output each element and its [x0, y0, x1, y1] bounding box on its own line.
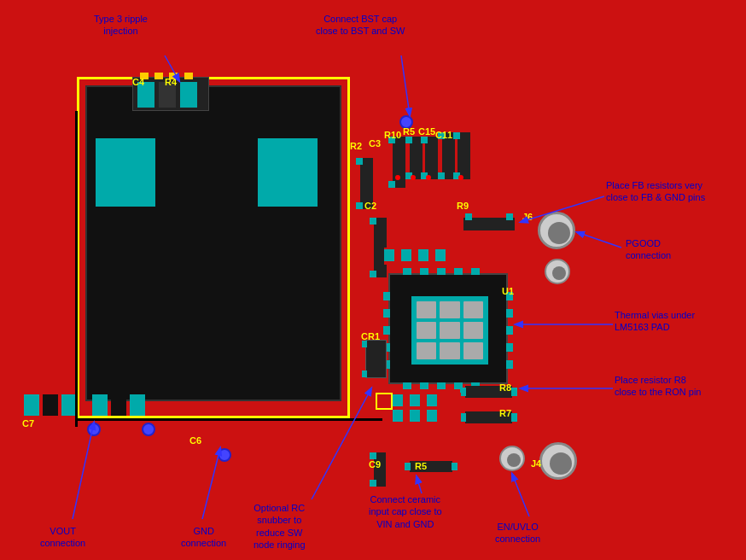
- annotation-bst-cap: Connect BST capclose to BST and SW: [316, 13, 405, 38]
- pad: [24, 394, 39, 416]
- cap-c3: [393, 137, 405, 188]
- pad: [92, 394, 108, 416]
- ic-pin: [383, 292, 390, 300]
- pad: [452, 463, 458, 470]
- connector-j4-2: [499, 446, 525, 471]
- annotation-fb-resistors: Place FB resistors veryclose to FB & GND…: [606, 179, 705, 204]
- pad: [356, 158, 363, 165]
- indicator-dot: [411, 175, 416, 180]
- ic-pin: [506, 309, 513, 318]
- pad: [511, 388, 517, 396]
- pad: [405, 137, 412, 143]
- pad: [410, 394, 420, 406]
- pad: [435, 249, 446, 261]
- indicator-dot: [395, 175, 400, 180]
- main-container: C4 R4 R2 C2 C3 R10 R5 C15 C11 R9 J6 U1 R…: [0, 0, 746, 560]
- c7-pads: [24, 394, 145, 416]
- yellow-small-box: [376, 393, 393, 410]
- via: [417, 342, 436, 359]
- pad: [418, 249, 428, 261]
- label-r5-bot: R5: [415, 461, 427, 471]
- pad: [130, 394, 145, 416]
- spacer: [80, 394, 89, 416]
- label-j4: J4: [531, 458, 541, 469]
- diode-cr1: [365, 340, 387, 378]
- pad: [506, 213, 513, 220]
- connector-j6[interactable]: [538, 212, 575, 249]
- pcb-background: C4 R4 R2 C2 C3 R10 R5 C15 C11 R9 J6 U1 R…: [0, 0, 746, 560]
- cap-c9: [374, 452, 386, 487]
- label-c7: C7: [22, 418, 34, 429]
- annotation-type3-ripple: Type 3 rippleinjection: [94, 13, 148, 38]
- ic-pin: [437, 268, 446, 275]
- pad: [362, 370, 367, 377]
- ic-u1: [388, 273, 508, 384]
- pad-inner: [43, 394, 58, 416]
- pad: [405, 463, 411, 470]
- pad: [370, 271, 376, 277]
- ic-pin: [383, 326, 390, 335]
- pad: [401, 249, 411, 261]
- pad: [421, 137, 428, 143]
- label-c4: C4: [132, 77, 144, 87]
- ic-pin: [403, 382, 411, 389]
- annotation-rc-snubber: Optional RCsnubber toreduce SWnode ringi…: [254, 502, 306, 551]
- connector-j4-2-inner: [507, 453, 521, 467]
- label-c11: C11: [435, 130, 452, 140]
- connector-j4[interactable]: [539, 442, 577, 480]
- via: [417, 301, 436, 318]
- pad-inner: [111, 394, 126, 416]
- ic-pin: [506, 360, 513, 369]
- pad: [453, 132, 460, 139]
- via: [440, 342, 459, 359]
- ic-pin: [506, 326, 513, 335]
- ic-pin: [437, 382, 446, 389]
- ic-pin: [506, 343, 513, 352]
- pad: [460, 388, 466, 396]
- pad: [362, 341, 367, 347]
- cap-c11: [458, 132, 470, 179]
- pad: [410, 410, 420, 422]
- via-1: [142, 423, 155, 436]
- label-c15: C15: [418, 126, 435, 137]
- annotation-pgood: PGOODconnection: [626, 237, 671, 262]
- pad: [356, 202, 363, 209]
- pad: [393, 410, 403, 422]
- label-r7: R7: [499, 408, 511, 418]
- label-c3: C3: [369, 138, 381, 149]
- res-r9: [463, 218, 515, 230]
- pad: [465, 213, 472, 220]
- via: [463, 301, 483, 318]
- annotation-en-uvlo: EN/UVLOconnection: [495, 521, 540, 545]
- pad: [438, 172, 445, 179]
- via: [440, 301, 459, 318]
- ic-pin: [420, 268, 428, 275]
- connector-j6-2-inner: [552, 266, 566, 280]
- ic-pin: [471, 268, 480, 275]
- pad: [511, 413, 517, 422]
- top-pad-2: [154, 73, 163, 79]
- trace-bottom: [75, 418, 382, 421]
- pad: [370, 452, 376, 459]
- label-c6: C6: [189, 435, 201, 446]
- label-j6: J6: [522, 212, 533, 222]
- label-r5-top: R5: [403, 126, 415, 137]
- connector-j6-inner: [548, 222, 570, 244]
- annotation-vout: VOUTconnection: [40, 525, 85, 550]
- cap-r5: [425, 137, 438, 179]
- pad: [388, 181, 395, 188]
- pad: [427, 410, 437, 422]
- label-r4: R4: [165, 77, 177, 87]
- via-gnd: [218, 448, 231, 462]
- top-pad-4: [184, 73, 193, 79]
- pad-r4-2: [180, 82, 197, 108]
- label-r8: R8: [499, 382, 511, 393]
- thermal-pad: [411, 296, 488, 365]
- via: [463, 322, 483, 339]
- annotation-connect-ceramic: Connect ceramicinput cap close toVIN and…: [369, 493, 442, 530]
- label-c2: C2: [364, 201, 376, 211]
- label-r10: R10: [384, 130, 401, 140]
- label-r9: R9: [457, 201, 469, 211]
- ic-pin: [383, 309, 390, 318]
- pad: [370, 218, 376, 225]
